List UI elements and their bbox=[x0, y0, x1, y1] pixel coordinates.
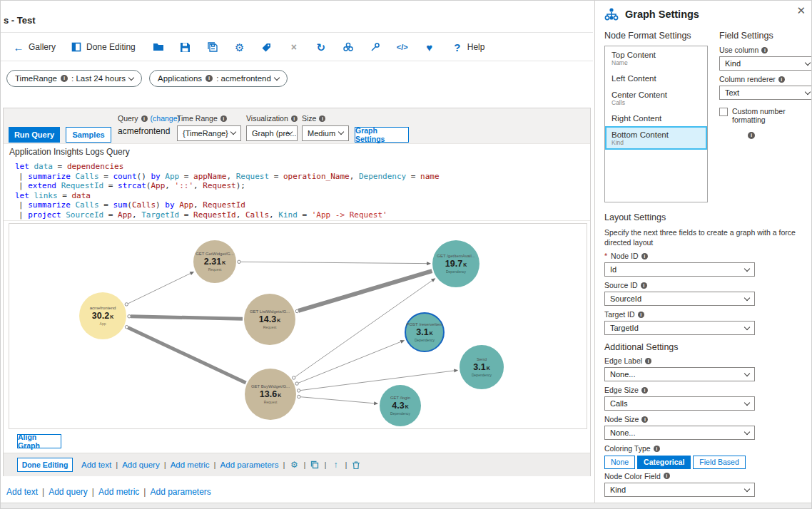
arrow-up-icon[interactable]: ↑ bbox=[330, 460, 340, 470]
gallery-button[interactable]: ← Gallery bbox=[6, 38, 61, 56]
help-label: Help bbox=[467, 42, 485, 52]
use-column-label: Use column bbox=[719, 46, 758, 54]
use-column-select[interactable]: Kind bbox=[719, 56, 812, 71]
node-id-select[interactable]: Id bbox=[604, 262, 755, 277]
target-id-select[interactable]: TargetId bbox=[604, 321, 755, 335]
add-metric-link[interactable]: Add metric bbox=[98, 487, 139, 497]
node-format-item-top-content[interactable]: Top ContentName bbox=[605, 46, 707, 70]
node-value: 19.7K bbox=[445, 259, 467, 269]
node-label: GET BuyWidget/G... bbox=[251, 384, 290, 389]
toolbar-code-button[interactable]: </> bbox=[391, 38, 414, 56]
node-id-info-icon[interactable] bbox=[641, 253, 648, 259]
parameter-pill-applications[interactable]: Applications: acmefrontend bbox=[149, 70, 288, 87]
separator: | bbox=[164, 461, 166, 469]
coloring-type-info-icon[interactable] bbox=[654, 446, 660, 452]
edge-size-info-icon[interactable] bbox=[641, 387, 648, 394]
coloring-type-segmented: NoneCategoricalField Based bbox=[604, 456, 748, 469]
info-icon bbox=[205, 75, 213, 82]
graph-node-listw[interactable]: GET ListWidgets/G...14.3KRequest bbox=[244, 294, 295, 345]
time-range-info-icon[interactable] bbox=[220, 115, 227, 122]
toolbar-save-all-button[interactable] bbox=[201, 38, 224, 56]
samples-button[interactable]: Samples bbox=[66, 127, 111, 143]
add-metric-link[interactable]: Add metric bbox=[171, 461, 210, 469]
edge-label-select[interactable]: None... bbox=[604, 367, 755, 381]
chevron-down-icon bbox=[744, 295, 750, 301]
time-range-label: Time Range bbox=[177, 114, 218, 123]
toolbar-folder-button[interactable] bbox=[147, 38, 170, 56]
node-size-info-icon[interactable] bbox=[641, 416, 648, 423]
size-value: Medium bbox=[308, 129, 335, 138]
visualization-field: Visualization Graph (pre... bbox=[246, 114, 298, 141]
graph-node-itemavail[interactable]: GET /getItemAvail...19.7KDependency bbox=[432, 240, 479, 287]
add-text-link[interactable]: Add text bbox=[81, 461, 111, 469]
coloring-type-field-based-button[interactable]: Field Based bbox=[693, 456, 745, 469]
align-graph-button[interactable]: Align Graph bbox=[17, 434, 61, 448]
node-size-select[interactable]: None... bbox=[604, 426, 755, 440]
add-query-link[interactable]: Add query bbox=[49, 487, 88, 497]
layout-settings-heading: Layout Settings bbox=[604, 212, 803, 222]
done-editing-toolbar-button[interactable]: Done Editing bbox=[64, 38, 141, 56]
coloring-type-categorical-button[interactable]: Categorical bbox=[637, 456, 691, 469]
custom-number-formatting-checkbox[interactable] bbox=[719, 108, 728, 116]
node-format-item-left-content[interactable]: Left Content bbox=[605, 70, 707, 86]
parameter-pill-timerange[interactable]: TimeRange: Last 24 hours bbox=[6, 70, 142, 87]
node-format-listbox: Top ContentNameLeft ContentCenter Conten… bbox=[604, 46, 708, 202]
code-line: let links = data bbox=[15, 191, 590, 201]
node-format-item-field: Calls bbox=[611, 99, 701, 106]
target-id-info-icon[interactable] bbox=[638, 312, 644, 318]
visualization-select[interactable]: Graph (pre... bbox=[246, 125, 298, 141]
help-button[interactable]: ? Help bbox=[445, 38, 491, 56]
toolbar-tag-button[interactable] bbox=[255, 38, 278, 56]
graph-node-getw[interactable]: GET GetWidget/G...2.31KRequest bbox=[193, 240, 236, 283]
toolbar-heart-button[interactable]: ♥ bbox=[418, 38, 441, 56]
source-id-select[interactable]: SourceId bbox=[604, 292, 755, 306]
run-query-button[interactable]: Run Query bbox=[9, 127, 60, 143]
kql-code-editor[interactable]: let data = dependencies| summarize Calls… bbox=[4, 160, 590, 221]
node-label: acmefrontend bbox=[90, 306, 116, 310]
toolbar-refresh-button[interactable]: ↻ bbox=[310, 38, 333, 56]
toolbar-close-button[interactable]: × bbox=[283, 38, 305, 56]
heart-icon: ♥ bbox=[423, 41, 436, 53]
graph-node-buyw[interactable]: GET BuyWidget/G...13.6KRequest bbox=[245, 369, 296, 420]
done-editing-item-button[interactable]: Done Editing bbox=[17, 458, 73, 472]
copy-icon[interactable] bbox=[310, 460, 320, 470]
node-color-field-select[interactable]: Kind bbox=[604, 483, 755, 497]
source-id-info-icon[interactable] bbox=[641, 282, 647, 289]
change-query-link[interactable]: (change) bbox=[151, 114, 180, 123]
node-format-item-bottom-content[interactable]: Bottom ContentKind bbox=[605, 126, 707, 150]
toolbar-pin-button[interactable] bbox=[364, 38, 387, 56]
node-label: GET GetWidget/G... bbox=[196, 252, 234, 256]
node-value: 2.31K bbox=[204, 257, 225, 267]
visualization-info-icon[interactable] bbox=[291, 115, 298, 122]
add-query-link[interactable]: Add query bbox=[122, 461, 159, 469]
node-format-item-field: Name bbox=[611, 59, 701, 66]
toolbar-group-button[interactable] bbox=[337, 38, 360, 56]
trash-icon[interactable] bbox=[351, 460, 361, 470]
edge-label-info-icon[interactable] bbox=[645, 358, 651, 364]
column-renderer-info-icon[interactable] bbox=[778, 76, 785, 83]
toolbar-gear-button[interactable]: ⚙ bbox=[228, 38, 251, 56]
graph-settings-button[interactable]: Graph Settings bbox=[355, 127, 409, 143]
column-renderer-select[interactable]: Text bbox=[719, 86, 812, 100]
size-select[interactable]: Medium bbox=[302, 125, 349, 141]
close-icon[interactable]: ✕ bbox=[796, 5, 806, 16]
node-format-item-center-content[interactable]: Center ContentCalls bbox=[605, 86, 707, 110]
query-info-icon[interactable] bbox=[141, 115, 148, 122]
node-format-item-right-content[interactable]: Right Content bbox=[605, 110, 707, 126]
add-parameters-link[interactable]: Add parameters bbox=[220, 461, 279, 469]
graph-node-reserve[interactable]: POST /reserveItem3.1KDependency bbox=[405, 312, 445, 352]
add-text-link[interactable]: Add text bbox=[6, 487, 38, 497]
graph-node-login[interactable]: GET /login4.3KDependency bbox=[380, 385, 421, 426]
add-parameters-link[interactable]: Add parameters bbox=[150, 487, 210, 497]
use-column-info-icon[interactable] bbox=[761, 47, 768, 53]
custom-number-formatting-info-icon[interactable] bbox=[748, 132, 755, 139]
toolbar-save-button[interactable] bbox=[174, 38, 197, 56]
graph-node-send[interactable]: Send3.1KDependency bbox=[460, 345, 504, 389]
edge-size-select[interactable]: Calls bbox=[604, 396, 755, 411]
node-color-field-info-icon[interactable] bbox=[664, 473, 670, 479]
size-info-icon[interactable] bbox=[319, 115, 325, 122]
time-range-select[interactable]: {TimeRange} bbox=[177, 125, 241, 141]
coloring-type-none-button[interactable]: None bbox=[604, 456, 635, 469]
graph-node-fe[interactable]: acmefrontend30.2KApp bbox=[79, 292, 126, 339]
gear-icon[interactable]: ⚙ bbox=[289, 460, 299, 470]
